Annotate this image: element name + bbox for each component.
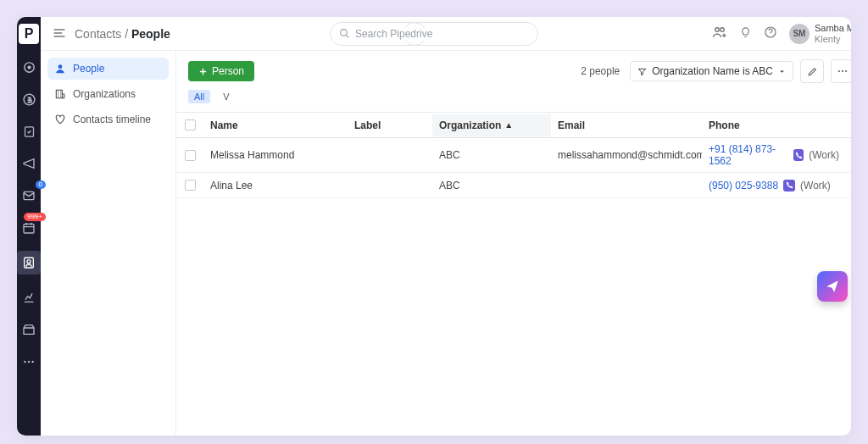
- user-menu[interactable]: SM Samba M Klenty: [789, 23, 851, 43]
- people-panel: Person 2 people Organization Name is ABC: [176, 51, 851, 436]
- breadcrumb: Contacts / People: [75, 27, 170, 41]
- row-checkbox[interactable]: [185, 180, 196, 191]
- cell-label: [348, 180, 432, 191]
- filter-chip[interactable]: Organization Name is ABC: [630, 61, 793, 81]
- paper-plane-icon: [825, 279, 840, 294]
- col-label[interactable]: Label: [348, 114, 432, 136]
- breadcrumb-root[interactable]: Contacts: [75, 27, 121, 41]
- heart-pulse-icon: [54, 114, 66, 125]
- svg-point-8: [24, 361, 25, 363]
- svg-point-13: [721, 28, 725, 32]
- contacts-subnav: People Organizations Contacts timeline: [41, 51, 176, 436]
- user-org: Klenty: [815, 34, 851, 44]
- topbar: Contacts / People: [41, 17, 851, 51]
- menu-toggle-icon[interactable]: [53, 26, 66, 42]
- cell-name[interactable]: Alina Lee: [203, 175, 348, 197]
- cell-name[interactable]: Melissa Hammond: [203, 144, 348, 166]
- svg-rect-16: [56, 90, 62, 97]
- dots-icon: [837, 65, 849, 77]
- avatar: SM: [789, 24, 810, 44]
- plus-icon: [198, 67, 208, 76]
- building-icon: [54, 88, 66, 100]
- rail-insights-icon[interactable]: [19, 288, 38, 307]
- left-rail: P 0 999+: [17, 17, 41, 436]
- phone-link[interactable]: +91 (814) 873-1562: [709, 143, 788, 167]
- svg-point-18: [842, 70, 843, 72]
- rail-products-icon[interactable]: [19, 320, 38, 339]
- rail-calendar-badge: 999+: [24, 213, 46, 221]
- cell-org[interactable]: ABC: [432, 175, 551, 197]
- rail-more-icon[interactable]: [19, 352, 38, 371]
- col-name[interactable]: Name: [203, 114, 348, 136]
- select-all-checkbox[interactable]: [185, 119, 196, 130]
- rail-leads-icon[interactable]: [19, 58, 38, 76]
- global-search[interactable]: [330, 22, 538, 46]
- gear-icon: [851, 119, 852, 130]
- table-settings-button[interactable]: [846, 119, 851, 130]
- help-icon[interactable]: [764, 25, 777, 42]
- svg-point-12: [715, 28, 720, 32]
- table-row[interactable]: Alina Lee ABC (950) 025-9388 (Work): [176, 173, 851, 198]
- global-search-input[interactable]: [355, 28, 529, 40]
- svg-rect-5: [24, 224, 34, 233]
- chip-v[interactable]: V: [217, 90, 235, 103]
- cell-email[interactable]: [551, 180, 702, 191]
- cell-label: [348, 150, 432, 160]
- chip-all[interactable]: All: [188, 90, 210, 103]
- svg-point-17: [838, 70, 840, 72]
- rail-deals-icon[interactable]: [19, 90, 38, 108]
- person-icon: [54, 63, 66, 75]
- filter-chips: All V: [176, 83, 851, 112]
- svg-point-11: [341, 30, 348, 36]
- sort-asc-icon: ▲: [504, 120, 513, 130]
- main-area: Contacts / People: [41, 17, 851, 436]
- people-table: Name Label Organization ▲ Email Phone: [176, 112, 851, 198]
- rail-campaigns-icon[interactable]: [19, 154, 38, 173]
- more-options-button[interactable]: [831, 59, 851, 83]
- cell-phone: +91 (814) 873-1562 (Work): [702, 138, 846, 172]
- rail-mail-badge: 0: [36, 180, 46, 189]
- toolbar: Person 2 people Organization Name is ABC: [176, 51, 851, 83]
- add-person-button[interactable]: Person: [188, 61, 254, 81]
- search-icon: [339, 28, 350, 39]
- chevron-down-icon: [778, 68, 786, 75]
- svg-point-9: [28, 361, 30, 363]
- logo[interactable]: P: [19, 24, 39, 44]
- rail-calendar-icon[interactable]: 999+: [19, 219, 38, 237]
- cell-phone: (950) 025-9388 (Work): [702, 175, 846, 197]
- svg-point-1: [28, 66, 31, 69]
- svg-point-15: [58, 64, 63, 69]
- subnav-organizations[interactable]: Organizations: [47, 83, 169, 105]
- phone-type: (Work): [809, 149, 839, 161]
- rail-mail-icon[interactable]: 0: [19, 186, 38, 205]
- row-checkbox[interactable]: [185, 150, 196, 161]
- svg-point-10: [31, 361, 33, 363]
- svg-point-19: [845, 70, 847, 72]
- user-name: Samba M: [815, 23, 851, 33]
- subnav-timeline[interactable]: Contacts timeline: [47, 108, 169, 130]
- rail-contacts-icon[interactable]: [17, 251, 41, 275]
- sales-assistant-icon[interactable]: [739, 26, 752, 42]
- phone-call-icon[interactable]: [793, 149, 804, 161]
- phone-call-icon[interactable]: [783, 180, 795, 191]
- pencil-icon: [807, 66, 818, 77]
- assist-fab[interactable]: [817, 271, 848, 302]
- phone-link[interactable]: (950) 025-9388: [709, 180, 778, 191]
- subnav-people[interactable]: People: [47, 58, 169, 80]
- cell-email[interactable]: melissahammond@schmidt.com: [551, 144, 702, 166]
- phone-type: (Work): [800, 180, 831, 191]
- rail-projects-icon[interactable]: [19, 122, 38, 141]
- funnel-icon: [637, 67, 647, 76]
- col-phone[interactable]: Phone: [702, 114, 846, 136]
- edit-columns-button[interactable]: [800, 59, 824, 83]
- svg-point-7: [27, 260, 31, 264]
- col-org[interactable]: Organization ▲: [432, 114, 551, 136]
- result-count: 2 people: [581, 65, 620, 77]
- table-row[interactable]: Melissa Hammond ABC melissahammond@schmi…: [176, 138, 851, 173]
- cell-org[interactable]: ABC: [432, 144, 551, 166]
- invite-icon[interactable]: [712, 25, 727, 42]
- col-email[interactable]: Email: [551, 114, 702, 136]
- table-header: Name Label Organization ▲ Email Phone: [176, 113, 851, 138]
- breadcrumb-leaf: People: [131, 27, 170, 41]
